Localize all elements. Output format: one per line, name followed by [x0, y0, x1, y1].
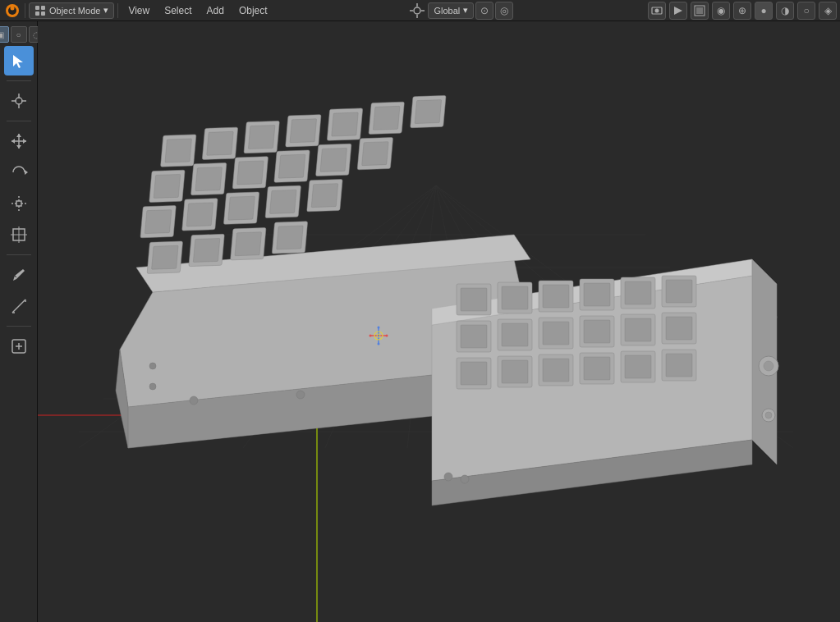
top-menu-bar: Object Mode ▾ View Select Add Object Glo…: [0, 0, 840, 21]
svg-rect-175: [461, 362, 487, 385]
move-tool-btn[interactable]: [4, 126, 34, 156]
object-mode-selector[interactable]: Object Mode ▾: [29, 2, 114, 19]
view-layer-icon[interactable]: [691, 2, 709, 20]
svg-rect-135: [235, 232, 262, 256]
svg-point-194: [378, 343, 380, 345]
transform-icon[interactable]: [408, 2, 426, 20]
select-circle-icon[interactable]: ○: [11, 26, 27, 43]
svg-rect-178: [584, 357, 610, 380]
rotate-tool-btn[interactable]: [4, 158, 34, 187]
tool-separator-3: [7, 254, 31, 255]
overlays-icon[interactable]: ◉: [712, 2, 730, 20]
svg-marker-26: [11, 139, 15, 144]
svg-rect-114: [195, 167, 223, 191]
svg-rect-179: [625, 355, 651, 378]
svg-point-13: [655, 8, 659, 12]
svg-rect-153: [543, 285, 569, 308]
select-menu[interactable]: Select: [158, 3, 198, 18]
add-tool-btn[interactable]: [4, 332, 34, 361]
transform-tool-btn[interactable]: [4, 220, 34, 249]
select-box-icon[interactable]: ▣: [0, 26, 9, 43]
svg-rect-163: [461, 325, 487, 348]
gizmo-icon[interactable]: ⊕: [733, 2, 751, 20]
add-menu[interactable]: Add: [200, 3, 231, 18]
svg-rect-118: [362, 142, 389, 166]
svg-rect-125: [186, 203, 213, 226]
measure-tool-btn[interactable]: [4, 291, 34, 321]
svg-point-184: [765, 412, 772, 418]
svg-rect-127: [269, 190, 296, 213]
snap-icon[interactable]: ⊙: [475, 2, 493, 20]
global-selector[interactable]: Global ▾: [428, 2, 474, 19]
svg-marker-14: [674, 7, 682, 15]
svg-rect-180: [666, 354, 692, 377]
shading-eevee[interactable]: ◈: [819, 2, 837, 20]
svg-marker-25: [16, 145, 21, 149]
main-layout: ▣ ○ ◌: [0, 21, 840, 622]
svg-point-2: [11, 6, 15, 10]
tool-separator-1: [7, 80, 31, 81]
svg-rect-151: [461, 288, 487, 311]
svg-rect-29: [16, 201, 21, 206]
tool-separator-2: [7, 121, 31, 121]
svg-rect-165: [543, 322, 569, 345]
svg-point-191: [370, 335, 372, 337]
mode-icon: [34, 5, 46, 16]
svg-rect-124: [145, 210, 172, 234]
snap-icons: ⊙ ◎: [475, 2, 513, 20]
svg-rect-5: [35, 11, 39, 16]
top-right-icons: ◉ ⊕ ● ◑ ○ ◈: [648, 2, 837, 20]
svg-point-140: [149, 383, 156, 390]
3d-viewport[interactable]: User Perspective (1) Collection | keyboa…: [38, 21, 840, 622]
svg-point-137: [190, 396, 198, 405]
blender-logo-icon[interactable]: [3, 2, 21, 20]
global-dropdown-icon: ▾: [463, 5, 468, 16]
svg-rect-177: [543, 359, 569, 382]
view-menu[interactable]: View: [122, 3, 156, 18]
svg-rect-154: [584, 283, 610, 306]
annotation-tool-btn[interactable]: [4, 260, 34, 290]
svg-rect-168: [666, 317, 692, 340]
svg-rect-101: [207, 131, 234, 155]
shading-solid[interactable]: ●: [755, 2, 773, 20]
svg-rect-117: [320, 148, 347, 172]
select-tool-btn[interactable]: [4, 46, 34, 75]
svg-marker-24: [16, 134, 21, 137]
shading-material[interactable]: ◑: [776, 2, 794, 20]
svg-point-17: [16, 98, 22, 104]
svg-rect-113: [154, 174, 181, 198]
object-menu[interactable]: Object: [232, 3, 274, 18]
svg-point-7: [414, 7, 420, 14]
tool-separator-4: [7, 326, 31, 327]
global-label: Global: [434, 6, 460, 16]
svg-point-185: [444, 473, 452, 481]
mode-label: Object Mode: [49, 6, 100, 16]
svg-rect-155: [625, 281, 651, 304]
svg-rect-176: [502, 360, 528, 383]
scale-tool-btn[interactable]: [4, 189, 34, 218]
cursor-tool-btn[interactable]: [4, 86, 34, 116]
svg-point-192: [386, 335, 388, 337]
shading-render[interactable]: ○: [797, 2, 815, 20]
svg-rect-164: [502, 323, 528, 346]
center-icons: Global ▾ ⊙ ◎: [408, 2, 513, 20]
svg-rect-102: [248, 126, 275, 149]
separator-1: [25, 3, 25, 18]
svg-point-186: [461, 475, 469, 483]
svg-rect-106: [415, 100, 442, 124]
svg-rect-4: [41, 6, 45, 10]
svg-rect-167: [625, 318, 651, 341]
svg-rect-6: [41, 11, 45, 16]
scene-icon[interactable]: [648, 2, 666, 20]
svg-rect-16: [696, 7, 703, 14]
render-icon[interactable]: [669, 2, 687, 20]
left-toolbar: ▣ ○ ◌: [0, 21, 38, 622]
svg-rect-166: [584, 320, 610, 343]
proportional-icon[interactable]: ◎: [495, 2, 513, 20]
svg-rect-133: [152, 245, 179, 269]
svg-rect-103: [290, 119, 317, 143]
svg-line-38: [12, 300, 25, 313]
separator-2: [117, 3, 118, 18]
svg-rect-134: [193, 238, 220, 262]
svg-rect-136: [277, 226, 304, 249]
